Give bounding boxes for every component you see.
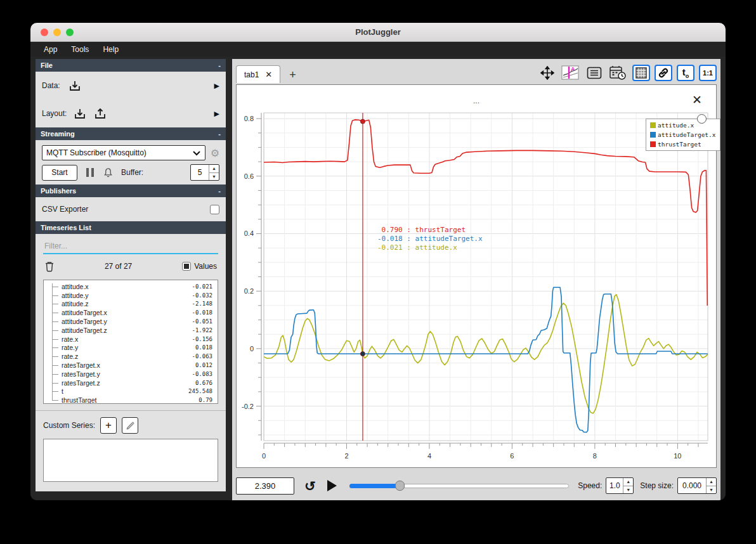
- tab-tab1[interactable]: tab1 ✕: [236, 65, 280, 83]
- streaming-source-select[interactable]: MQTT Subscriber (Mosquitto): [42, 145, 205, 160]
- timeseries-row[interactable]: ratesTarget.z0.676: [44, 379, 218, 387]
- curve-tracker-button[interactable]: A: [561, 65, 581, 81]
- buffer-label: Buffer:: [121, 168, 143, 177]
- values-checkbox[interactable]: [182, 262, 191, 271]
- timeseries-row[interactable]: attitude.z-2.148: [44, 300, 218, 309]
- menu-item-app[interactable]: App: [38, 44, 63, 55]
- timeseries-count: 27 of 27: [105, 262, 132, 271]
- add-custom-series-button[interactable]: +: [100, 417, 117, 434]
- menu-item-help[interactable]: Help: [97, 44, 124, 55]
- plot-panel[interactable]: ... ✕ 0246810-0.200.20.40.60.8 attitude.…: [236, 84, 717, 468]
- timeseries-row[interactable]: attitude.x-0.021: [44, 282, 218, 291]
- ratio-1-1-button[interactable]: 1:1: [699, 65, 717, 81]
- timeseries-row[interactable]: rate.z-0.063: [44, 352, 218, 361]
- custom-series-list[interactable]: [43, 439, 218, 482]
- publishers-section-body: CSV Exporter: [36, 197, 226, 221]
- timeseries-row[interactable]: attitudeTarget.z-1.922: [44, 326, 218, 335]
- timeseries-value: -2.148: [192, 301, 212, 307]
- svg-text:0.4: 0.4: [244, 230, 254, 237]
- publishers-section-header[interactable]: Publishers -: [36, 185, 226, 197]
- plot-close-icon[interactable]: ✕: [692, 94, 702, 106]
- buffer-spinbox[interactable]: 5 ▲▼: [190, 164, 219, 181]
- step-size-value: 0.000: [678, 478, 706, 493]
- start-button[interactable]: Start: [42, 165, 77, 181]
- edit-custom-series-button[interactable]: [122, 417, 138, 434]
- timeseries-section-header[interactable]: Timeseries List: [36, 221, 226, 234]
- add-tab-button[interactable]: +: [289, 68, 296, 83]
- timeseries-name: rate.x: [62, 335, 78, 343]
- time-field[interactable]: 2.390: [236, 477, 294, 495]
- maximize-window-button[interactable]: [66, 29, 74, 36]
- timeseries-row[interactable]: attitudeTarget.x-0.018: [44, 308, 218, 317]
- timeseries-value: -0.156: [192, 336, 212, 342]
- collapse-icon[interactable]: -: [218, 62, 221, 69]
- legend-handle[interactable]: [697, 114, 707, 124]
- relative-time-button[interactable]: to: [677, 65, 694, 81]
- legend-entry[interactable]: attitudeTarget.x: [650, 131, 716, 138]
- collapse-icon[interactable]: -: [218, 187, 221, 195]
- save-layout-icon[interactable]: [93, 108, 107, 120]
- tab-close-icon[interactable]: ✕: [265, 70, 272, 79]
- timeseries-value: -0.032: [192, 292, 212, 299]
- step-size-spinbox[interactable]: 0.000 ▲▼: [677, 477, 717, 494]
- plot-list-button[interactable]: [585, 65, 603, 81]
- load-data-icon[interactable]: [68, 80, 82, 92]
- sidebar: File - Data: ▶ Layout:: [36, 59, 226, 491]
- timeseries-row[interactable]: attitude.y-0.032: [44, 291, 218, 300]
- menu-item-tools[interactable]: Tools: [65, 44, 94, 55]
- slider-handle[interactable]: [395, 481, 405, 491]
- bell-icon[interactable]: [103, 167, 114, 178]
- time-slider[interactable]: [349, 481, 570, 491]
- play-button[interactable]: [327, 480, 337, 491]
- speed-spinbox[interactable]: 1.0 ▲▼: [606, 477, 634, 494]
- timeseries-row[interactable]: rate.x-0.156: [44, 335, 218, 344]
- loop-button[interactable]: ↺: [304, 479, 316, 493]
- streaming-section-header[interactable]: Streaming -: [36, 127, 226, 140]
- svg-text:-0.2: -0.2: [242, 403, 254, 410]
- csv-exporter-checkbox[interactable]: [210, 205, 219, 214]
- trash-icon[interactable]: [44, 261, 55, 272]
- spin-down-icon[interactable]: ▼: [209, 173, 219, 181]
- load-layout-icon[interactable]: [73, 108, 87, 120]
- timeseries-row[interactable]: attitudeTarget.y-0.051: [44, 317, 218, 326]
- plot-canvas[interactable]: 0246810-0.200.20.40.60.8: [237, 85, 716, 467]
- filter-input[interactable]: [43, 239, 218, 254]
- timeseries-row[interactable]: ratesTarget.x0.012: [44, 361, 218, 370]
- layout-menu-arrow-icon[interactable]: ▶: [214, 110, 219, 118]
- timeseries-name: ratesTarget.z: [62, 379, 100, 387]
- timeseries-list[interactable]: attitude.x-0.021attitude.y-0.032attitude…: [43, 280, 218, 404]
- close-window-button[interactable]: [41, 29, 48, 36]
- pause-icon[interactable]: [86, 168, 94, 177]
- legend-entry[interactable]: attitude.x: [650, 122, 716, 129]
- timeseries-name: ratesTarget.x: [62, 361, 100, 369]
- legend-entry[interactable]: thrustTarget: [650, 141, 716, 148]
- plot-legend[interactable]: attitude.xattitudeTarget.xthrustTarget: [646, 119, 720, 151]
- plot-title: ...: [237, 96, 716, 105]
- minimize-window-button[interactable]: [53, 29, 61, 36]
- svg-text:8: 8: [593, 452, 597, 460]
- timeseries-row[interactable]: thrustTarget0.79: [44, 396, 218, 404]
- timeseries-name: rate.z: [62, 353, 78, 360]
- timeseries-value: 0.676: [195, 380, 212, 386]
- main-area: tab1 ✕ +: [232, 59, 720, 500]
- timeseries-name: attitude.x: [62, 283, 89, 290]
- spin-down-icon[interactable]: ▼: [707, 486, 716, 494]
- link-axes-button[interactable]: [655, 65, 672, 81]
- spin-down-icon[interactable]: ▼: [623, 486, 633, 494]
- timeseries-row[interactable]: ratesTarget.y-0.083: [44, 370, 218, 379]
- timeseries-row[interactable]: rate.y0.018: [44, 344, 218, 353]
- timeseries-row[interactable]: t245.548: [44, 387, 218, 396]
- streaming-source-value: MQTT Subscriber (Mosquitto): [46, 148, 147, 157]
- spin-up-icon[interactable]: ▲: [707, 478, 716, 486]
- spin-up-icon[interactable]: ▲: [623, 478, 633, 486]
- date-time-button[interactable]: [608, 65, 628, 81]
- data-menu-arrow-icon[interactable]: ▶: [214, 82, 219, 90]
- gear-icon[interactable]: ⚙: [211, 147, 219, 159]
- file-section-header[interactable]: File -: [36, 59, 226, 72]
- svg-text:0.2: 0.2: [244, 287, 254, 295]
- grid-layout-button[interactable]: [632, 65, 650, 81]
- collapse-icon[interactable]: -: [218, 130, 221, 138]
- spin-up-icon[interactable]: ▲: [209, 165, 219, 173]
- start-button-label: Start: [51, 168, 67, 177]
- pan-zoom-button[interactable]: [538, 65, 556, 81]
